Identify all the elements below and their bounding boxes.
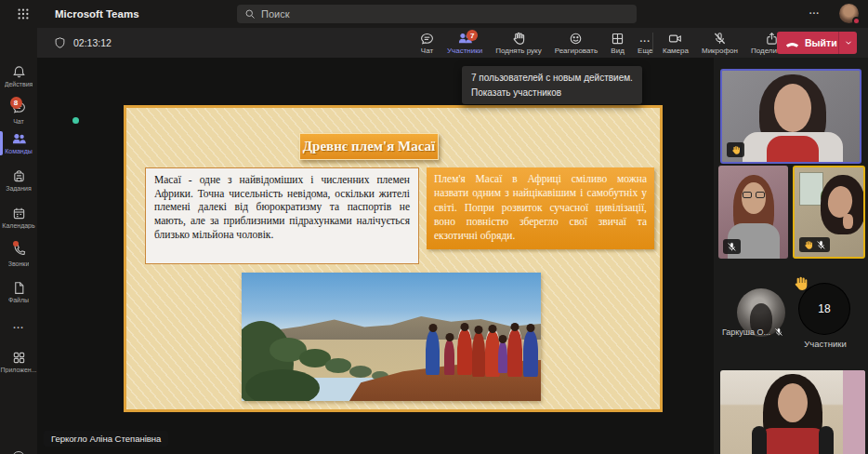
more-button[interactable]: ... Еще: [631, 28, 659, 58]
search-placeholder: Поиск: [261, 8, 289, 20]
participants-tooltip: 7 пользователей с новым действием. Показ…: [462, 66, 642, 104]
mic-muted-icon: [727, 242, 737, 252]
sidebar-item-calls[interactable]: Звонки: [0, 237, 37, 273]
user-avatar[interactable]: [839, 4, 859, 23]
presentation-stage: Древнє плем'я Масаї Масаї - одне з найві…: [37, 58, 714, 454]
backpack-icon: [12, 169, 26, 183]
participants-button[interactable]: 7 Участники: [441, 28, 489, 58]
raise-hand-icon: [511, 32, 525, 46]
slide-photo-maasai: [242, 273, 541, 401]
sidebar-item-help[interactable]: ? Справка: [0, 444, 37, 454]
help-icon: ?: [12, 451, 25, 454]
participants-count-label: Участники: [786, 339, 864, 349]
react-button[interactable]: Реагировать: [548, 28, 604, 58]
mic-muted-icon: [774, 327, 783, 337]
sidebar-item-calendar[interactable]: Календарь: [0, 200, 37, 235]
app-launcher-icon[interactable]: [17, 7, 30, 20]
glasses-icon: [743, 192, 752, 198]
timer-value: 02:13:12: [73, 37, 112, 48]
tile3-badges: [799, 237, 830, 252]
slide-title: Древнє плем'я Масаї: [299, 133, 439, 160]
sidebar-item-assignments[interactable]: Задания: [0, 163, 37, 198]
raised-hand-badge: [727, 142, 744, 157]
apps-icon: [12, 351, 26, 365]
grid-view-icon: [611, 32, 625, 46]
raise-hand-button[interactable]: Поднять руку: [489, 28, 547, 58]
app-title: Microsoft Teams: [55, 8, 139, 20]
hangup-icon: [784, 35, 800, 51]
camera-button[interactable]: Камера: [656, 28, 695, 58]
video-tile-1[interactable]: [720, 69, 861, 164]
sidebar-item-teams[interactable]: Команды: [0, 126, 37, 161]
slide-text-left: Масаї - одне з найвідоміших і численних …: [145, 167, 419, 264]
chat-bubble-icon: [420, 32, 434, 46]
video-tile-4[interactable]: [720, 370, 865, 454]
leave-options-chevron[interactable]: [838, 32, 857, 54]
chat-badge: 8: [10, 97, 22, 109]
teams-window: Microsoft Teams Поиск ... Действия: [0, 0, 868, 454]
search-icon: [244, 8, 256, 20]
presenter-name-label: Геркогло Аліна Степанівна: [44, 431, 168, 447]
toolbar-center-group: Чат 7 Участники Поднять руку: [414, 28, 659, 58]
leave-button[interactable]: Выйти: [777, 32, 857, 54]
hand-icon: [730, 145, 741, 155]
file-icon: [12, 281, 26, 295]
mic-muted-badge: [723, 239, 741, 254]
slide-text-right: Плем'я Масаї в Африці сміливо можна назв…: [427, 167, 654, 249]
annotation-dot: [72, 117, 79, 124]
sidebar-item-more[interactable]: ...: [0, 307, 37, 342]
participants-panel: Гаркуша О... 18 Участники: [714, 58, 868, 454]
bell-icon: [12, 65, 26, 79]
calls-badge: [13, 241, 19, 247]
sidebar-item-files[interactable]: Файлы: [0, 274, 37, 310]
toolbar-divider: [652, 33, 653, 53]
participants-badge: 7: [467, 30, 478, 41]
active-indicator: [0, 131, 3, 155]
curtain: [843, 370, 865, 454]
participant-name: Гаркуша О...: [714, 327, 792, 337]
tooltip-line2: Показать участников: [471, 86, 633, 100]
meeting-toolbar: 02:13:12 Чат 7 Участники: [37, 28, 868, 58]
view-button[interactable]: Вид: [604, 28, 631, 58]
camera-icon: [668, 32, 682, 46]
more-icon: ...: [13, 319, 24, 330]
chevron-down-icon: [844, 38, 853, 47]
left-rail: Действия 8 Чат Команды: [0, 28, 37, 454]
chat-button[interactable]: Чат: [414, 28, 441, 58]
raised-hand-icon: [792, 275, 809, 292]
mic-button[interactable]: Микрофон: [695, 28, 744, 58]
shield-icon: [54, 36, 66, 49]
mic-muted-icon: [713, 32, 727, 46]
status-badge: [852, 17, 861, 25]
mic-muted-icon: [816, 240, 826, 250]
meeting-timer: 02:13:12: [54, 28, 112, 58]
video-tile-2[interactable]: [718, 166, 788, 259]
title-bar: Microsoft Teams Поиск ...: [0, 0, 868, 28]
smiley-icon: [569, 32, 583, 46]
video-tile-3[interactable]: [793, 166, 865, 259]
presentation-slide: Древнє плем'я Масаї Масаї - одне з найві…: [124, 105, 663, 412]
sidebar-item-apps[interactable]: Приложен...: [0, 344, 37, 380]
ellipsis-icon: ...: [640, 32, 651, 46]
teams-icon: [12, 132, 26, 146]
tooltip-line1: 7 пользователей с новым действием.: [471, 71, 633, 86]
search-input[interactable]: Поиск: [237, 5, 637, 23]
calendar-icon: [12, 207, 26, 220]
titlebar-more-button[interactable]: ...: [809, 6, 820, 16]
hand-icon: [803, 240, 813, 250]
sidebar-item-activity[interactable]: Действия: [0, 59, 37, 94]
